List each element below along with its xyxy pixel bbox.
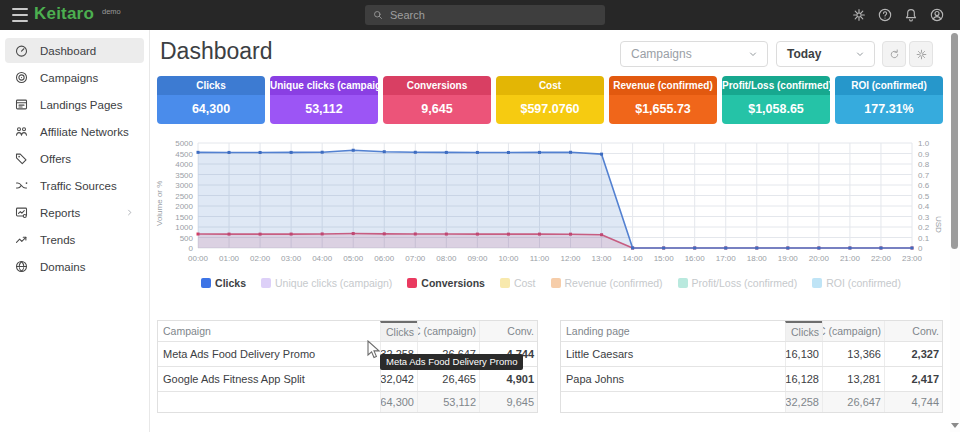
search-input[interactable] <box>390 9 598 21</box>
stat-card-value: $1,058.65 <box>722 95 830 124</box>
column-header-clicks[interactable]: Clicks <box>380 321 417 341</box>
legend-item-cost[interactable]: Cost <box>500 277 536 289</box>
column-header-conv[interactable]: Conv. <box>884 321 942 341</box>
date-range-select[interactable]: Today <box>776 41 875 67</box>
table-row[interactable]: Little Caesars16,13013,3662,327 <box>561 341 942 366</box>
scrollbar-thumb[interactable] <box>951 33 958 249</box>
data-point-clicks <box>662 247 665 250</box>
x-axis-tick: 09:00 <box>467 254 487 263</box>
legend-item-roi-confirmed[interactable]: ROI (confirmed) <box>812 277 901 289</box>
data-point-clicks <box>786 247 789 250</box>
y-axis-tick: 3000 <box>163 181 193 190</box>
vertical-scrollbar <box>950 30 960 432</box>
table-row[interactable]: Papa Johns16,12813,2812,417 <box>561 366 942 391</box>
stat-card-value: 9,645 <box>383 95 491 124</box>
refresh-button[interactable] <box>882 41 906 67</box>
total-value: 64,300 <box>380 392 417 412</box>
y-axis-tick: 500 <box>163 234 193 243</box>
scrollbar-down-arrow-icon[interactable] <box>951 423 959 428</box>
x-axis-tick: 04:00 <box>312 254 332 263</box>
right-axis-tick: 0.1 <box>918 234 929 243</box>
date-range-value: Today <box>787 47 821 61</box>
legend-label: Conversions <box>421 277 485 289</box>
x-axis-tick: 03:00 <box>281 254 301 263</box>
sidebar-item-trends[interactable]: Trends <box>5 227 144 252</box>
y-axis-tick: 1500 <box>163 213 193 222</box>
stat-card-label: Clicks <box>157 76 265 95</box>
y-axis-tick: 3500 <box>163 171 193 180</box>
bell-icon[interactable] <box>902 6 920 24</box>
sidebar-item-label: Traffic Sources <box>40 180 117 192</box>
legend-item-conversions[interactable]: Conversions <box>407 277 485 289</box>
x-axis-tick: 00:00 <box>188 254 208 263</box>
legend-swatch <box>261 278 271 288</box>
stat-card-revenue-confirmed: Revenue (confirmed)$1,655.73 <box>609 76 717 124</box>
legend-item-profit-loss-confirmed[interactable]: Profit/Loss (confirmed) <box>678 277 798 289</box>
x-axis-tick: 05:00 <box>343 254 363 263</box>
right-axis-tick: 0.7 <box>918 171 929 180</box>
column-header-landing-page[interactable]: Landing page <box>561 325 785 337</box>
cell-value: 26,465 <box>417 367 479 391</box>
menu-toggle-icon[interactable] <box>12 8 28 22</box>
help-icon[interactable] <box>876 6 894 24</box>
table-header-row: CampaignClicksUC (campaign)Conv. <box>158 321 537 341</box>
chevron-down-icon <box>747 48 759 60</box>
column-header-conv[interactable]: Conv. <box>479 321 537 341</box>
account-icon[interactable] <box>928 6 946 24</box>
legend-item-unique-clicks-campaign[interactable]: Unique clicks (campaign) <box>261 277 392 289</box>
x-axis-tick: 11:00 <box>530 254 549 263</box>
data-point-clicks <box>383 150 386 153</box>
stat-card-profit-loss-confirmed: Profit/Loss (confirmed)$1,058.65 <box>722 76 830 124</box>
sidebar-item-offers[interactable]: Offers <box>5 146 144 171</box>
sidebar-item-domains[interactable]: Domains <box>5 254 144 279</box>
traffic-chart: Volume or %USD50004500400035003000250020… <box>157 138 947 268</box>
app-logo[interactable]: Keitaro <box>34 4 94 24</box>
sidebar-item-affiliate-networks[interactable]: Affiliate Networks <box>5 119 144 144</box>
data-point-clicks <box>911 247 914 250</box>
data-point-clicks <box>290 151 293 154</box>
column-header-uc-campaign[interactable]: UC (campaign) <box>822 321 884 341</box>
sidebar-item-traffic-sources[interactable]: Traffic Sources <box>5 173 144 198</box>
column-header-clicks[interactable]: Clicks <box>785 321 822 341</box>
data-point-clicks <box>755 247 758 250</box>
legend-label: Cost <box>514 277 536 289</box>
stat-card-value: $1,655.73 <box>609 95 717 124</box>
x-axis-tick: 21:00 <box>840 254 860 263</box>
campaigns-filter-select[interactable]: Campaigns <box>620 41 768 67</box>
data-point-clicks <box>414 151 417 154</box>
sidebar: DashboardCampaignsLandings PagesAffiliat… <box>0 30 150 432</box>
global-search[interactable] <box>365 5 605 25</box>
page-title: Dashboard <box>160 38 273 65</box>
right-axis-title: USD <box>934 216 943 233</box>
stat-card-cost: Cost$597.0760 <box>496 76 604 124</box>
offers-icon <box>14 151 29 166</box>
data-point-clicks <box>538 151 541 154</box>
cell-name: Papa Johns <box>561 373 785 385</box>
gear-icon[interactable] <box>850 6 868 24</box>
sidebar-item-dashboard[interactable]: Dashboard <box>5 38 144 63</box>
chart-plot-area[interactable] <box>198 143 912 248</box>
right-axis-tick: 1.0 <box>918 139 929 148</box>
chevron-down-icon <box>854 48 866 60</box>
dashboard-settings-button[interactable] <box>909 41 933 67</box>
table-totals-row: 32,25826,6474,744 <box>561 391 942 412</box>
total-value: 53,112 <box>417 392 479 412</box>
table-header-row: Landing pageClicksUC (campaign)Conv. <box>561 321 942 341</box>
data-point-clicks <box>259 151 262 154</box>
series-area-clicks <box>198 150 912 248</box>
topbar-actions <box>850 0 946 30</box>
column-header-uc-campaign[interactable]: UC (campaign) <box>417 321 479 341</box>
sidebar-item-campaigns[interactable]: Campaigns <box>5 65 144 90</box>
sidebar-item-landings-pages[interactable]: Landings Pages <box>5 92 144 117</box>
data-point-clicks <box>476 151 479 154</box>
data-point-clicks <box>352 149 355 152</box>
column-header-campaign[interactable]: Campaign <box>158 325 380 337</box>
legend-item-clicks[interactable]: Clicks <box>201 277 246 289</box>
x-axis-tick: 16:00 <box>685 254 705 263</box>
x-axis-tick: 18:00 <box>747 254 767 263</box>
stat-card-value: 53,112 <box>270 95 378 124</box>
sidebar-item-label: Dashboard <box>40 45 96 57</box>
stat-card-label: Profit/Loss (confirmed) <box>722 76 830 95</box>
legend-item-revenue-confirmed[interactable]: Revenue (confirmed) <box>551 277 663 289</box>
sidebar-item-reports[interactable]: Reports <box>5 200 144 225</box>
